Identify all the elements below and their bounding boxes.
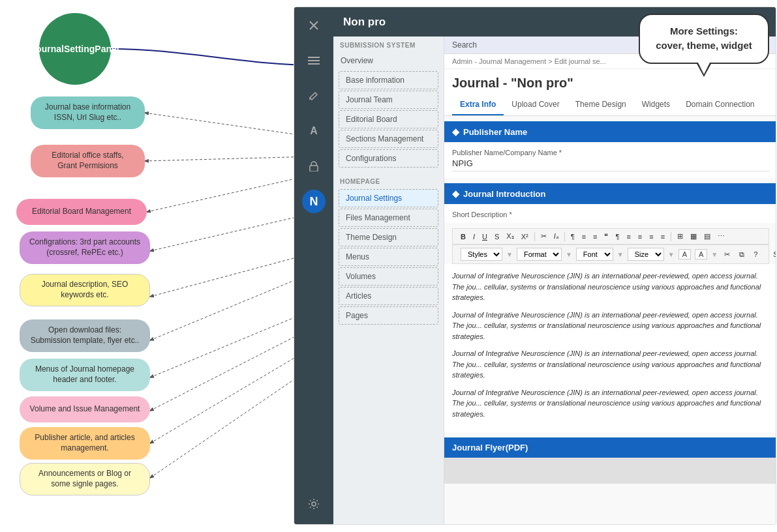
label-volumes: Volume and Issue Management: [20, 396, 150, 422]
toolbar-cut[interactable]: ✂: [538, 231, 549, 241]
font-color-btn[interactable]: A: [678, 249, 691, 259]
toolbar-align3[interactable]: ≡: [647, 232, 656, 241]
sidebar-icon-lock[interactable]: [302, 155, 326, 178]
svg-line-4: [150, 253, 294, 297]
toolbar-table[interactable]: ⊞: [675, 231, 686, 241]
nav-pages[interactable]: Pages: [339, 306, 438, 325]
content-panel: Search Admin - Journal Management > Edit…: [444, 37, 776, 525]
right-panel: More Settings: cover, theme, widget A N: [294, 7, 776, 525]
flyer-label: Journal Flyer(PDF): [452, 443, 528, 452]
publisher-field-value: NPIG: [452, 158, 769, 171]
tab-widgets[interactable]: Widgets: [634, 95, 678, 115]
tab-domain-connection[interactable]: Domain Connection: [678, 95, 762, 115]
svg-line-2: [147, 175, 294, 212]
toolbar-more[interactable]: ⋯: [715, 231, 727, 241]
para-3: Journal of Integrative Neuroscience (JIN…: [452, 348, 769, 381]
publisher-field-group: Publisher Name/Company Name * NPIG: [444, 142, 776, 178]
toolbar-align1[interactable]: ≡: [624, 232, 633, 241]
format-dropdown[interactable]: Format: [517, 248, 562, 261]
toolbar-sep3: [671, 232, 671, 241]
label-editorial-board: Editorial Board Management: [16, 199, 147, 225]
nav-volumes[interactable]: Volumes: [339, 267, 438, 286]
toolbar-list1[interactable]: ≡: [579, 232, 588, 241]
homepage-title: HOMEPAGE: [333, 173, 444, 188]
toolbar-list2[interactable]: ≡: [590, 232, 600, 241]
para-1: Journal of Integrative Neuroscience (JIN…: [452, 271, 769, 303]
svg-line-6: [150, 310, 294, 377]
journal-title: Journal - "Non pro": [444, 69, 776, 95]
toolbar-italic2[interactable]: Iₐ: [551, 231, 561, 241]
publisher-section-title: Publisher Name: [463, 127, 527, 137]
short-desc-group: Short Description *: [444, 204, 776, 223]
toolbar-source[interactable]: Source: [770, 250, 776, 259]
label-articles: Publisher article, and articles manageme…: [20, 427, 150, 460]
nav-editorial-board[interactable]: Editorial Board: [339, 110, 438, 128]
sidebar-icon-n[interactable]: N: [302, 190, 326, 213]
sidebar-icon-settings[interactable]: [302, 492, 326, 516]
toolbar-underline[interactable]: U: [480, 232, 490, 241]
toolbar-grid[interactable]: ▦: [688, 231, 699, 241]
nav-panel: SUBMISSION SYSTEM Overview Base informat…: [333, 37, 444, 525]
nav-menus[interactable]: Menus: [339, 248, 438, 266]
toolbar-sub[interactable]: X₂: [504, 231, 516, 241]
toolbar-sep2: [564, 232, 565, 241]
toolbar-sup[interactable]: X²: [519, 232, 531, 241]
toolbar-align2[interactable]: ≡: [635, 232, 645, 241]
toolbar-italic[interactable]: I: [470, 232, 478, 241]
style-row: Styles ▼ Format ▼ Font ▼ Size ▼ A A ▼ ✂ …: [452, 244, 769, 264]
toolbar-bold[interactable]: B: [458, 232, 468, 241]
label-pages: Announcements or Blog or some signle pag…: [20, 463, 150, 495]
intro-section-header: ◆ Journal Introduction: [444, 183, 776, 204]
short-desc-label: Short Description *: [452, 211, 769, 218]
tab-upload-cover[interactable]: Upload Cover: [504, 95, 567, 115]
file-upload-area[interactable]: [444, 458, 776, 484]
nav-configurations[interactable]: Configurations: [339, 149, 438, 168]
search-label: Search: [452, 40, 477, 50]
flyer-section: Journal Flyer(PDF): [444, 437, 776, 458]
nav-theme-design[interactable]: Theme Design: [339, 228, 438, 246]
svg-rect-16: [310, 166, 318, 171]
sidebar-icon-close[interactable]: [302, 14, 326, 37]
styles-dropdown[interactable]: Styles: [461, 248, 502, 261]
intro-section-title: Journal Introduction: [463, 189, 545, 199]
size-dropdown[interactable]: Size: [628, 248, 664, 261]
submission-area: SUBMISSION SYSTEM Overview Base informat…: [333, 37, 776, 525]
svg-line-8: [150, 347, 294, 443]
tab-theme-design[interactable]: Theme Design: [568, 95, 634, 115]
nav-overview[interactable]: Overview: [333, 52, 444, 70]
toolbar-scissors[interactable]: ✂: [722, 250, 733, 259]
label-editorial-office: Editorial office staffs, Grant Permision…: [31, 145, 145, 177]
text-area-content: Journal of Integrative Neuroscience (JIN…: [444, 264, 776, 432]
font-dropdown[interactable]: Font: [576, 248, 613, 261]
highlight-btn[interactable]: A: [695, 249, 707, 259]
speech-bubble: More Settings: cover, theme, widget: [639, 14, 769, 64]
nav-journal-team[interactable]: Journal Team: [339, 91, 438, 109]
svg-point-17: [312, 502, 316, 506]
toolbar-para[interactable]: ¶: [568, 232, 577, 241]
toolbar-para2[interactable]: ¶: [613, 232, 622, 241]
svg-line-0: [145, 113, 294, 137]
toolbar-strike[interactable]: S: [492, 232, 502, 241]
toolbar-copy[interactable]: ⧉: [737, 250, 747, 259]
sidebar-icon-edit[interactable]: [302, 84, 326, 108]
topbar-title: Non pro: [343, 16, 386, 29]
diagram-area: Journal Setting Panel Journal base infor…: [0, 0, 294, 532]
sidebar-icon-text[interactable]: A: [302, 119, 326, 143]
toolbar-help[interactable]: ?: [751, 250, 760, 259]
nav-base-info[interactable]: Base information: [339, 71, 438, 89]
toolbar-quote[interactable]: ❝: [602, 231, 611, 241]
main-content: Non pro SUBMISSION SYSTEM Overview Base …: [333, 7, 776, 525]
journal-setting-circle: Journal Setting Panel: [39, 13, 111, 85]
toolbar-align4[interactable]: ≡: [658, 232, 667, 241]
tab-extra-info[interactable]: Extra Info: [452, 95, 504, 115]
submission-system-title: SUBMISSION SYSTEM: [333, 37, 444, 52]
para-4: Journal of Integrative Neuroscience (JIN…: [452, 387, 769, 420]
toolbar-lines[interactable]: ▤: [701, 231, 713, 241]
nav-files-management[interactable]: Files Management: [339, 209, 438, 227]
nav-journal-settings[interactable]: Journal Settings: [339, 189, 438, 207]
nav-sections[interactable]: Sections Management: [339, 130, 438, 148]
para-2: Journal of Integrative Neuroscience (JIN…: [452, 310, 769, 342]
svg-line-1: [145, 156, 294, 161]
sidebar-icon-menu[interactable]: [302, 49, 326, 72]
nav-articles[interactable]: Articles: [339, 287, 438, 305]
